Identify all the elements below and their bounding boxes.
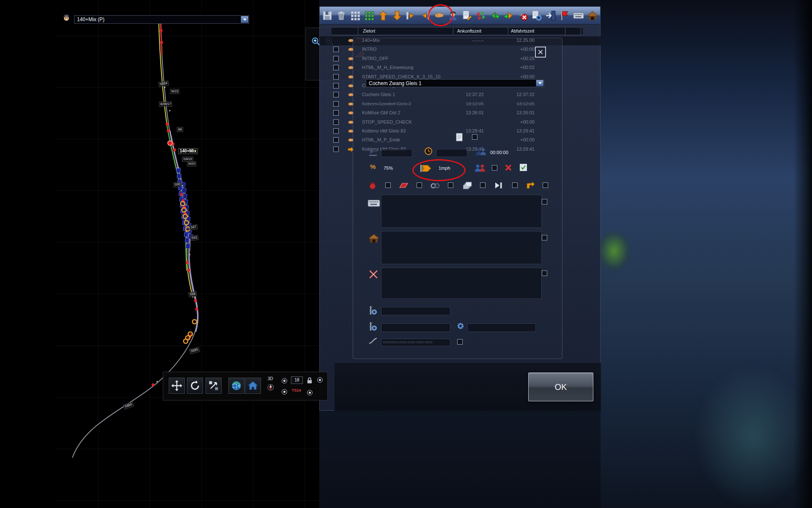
- percent-icon: %: [370, 163, 376, 170]
- uuid-checkbox[interactable]: [457, 339, 463, 345]
- row-checkbox[interactable]: [333, 56, 339, 61]
- chevron-down-icon[interactable]: [536, 80, 543, 86]
- keyboard-icon: [368, 197, 380, 205]
- buffer-stop-icon: [368, 181, 377, 190]
- edit-document-icon[interactable]: [461, 10, 472, 21]
- map-label: 88: [177, 127, 183, 132]
- keyboard-icon[interactable]: [573, 10, 584, 21]
- annotation-circle-toolbar: [428, 4, 453, 26]
- depot-icon[interactable]: [587, 10, 598, 21]
- map-option-radio-3[interactable]: [317, 377, 323, 383]
- depot-checkbox[interactable]: [542, 235, 547, 240]
- swap-icon[interactable]: [475, 10, 486, 21]
- wait-time-value[interactable]: 00:00:00: [490, 150, 508, 155]
- column-header[interactable]: Zielort: [363, 28, 375, 33]
- grid-small-icon[interactable]: [350, 10, 361, 21]
- timetable-toolbar: [320, 7, 600, 25]
- add-after-icon[interactable]: [503, 10, 514, 21]
- map-panel[interactable]: 5884W1582W1788140+Mix1W19W20590587592594…: [55, 0, 319, 508]
- jump-to-button[interactable]: [206, 378, 222, 394]
- background-trees: [598, 231, 630, 271]
- row-checkbox[interactable]: [333, 74, 339, 80]
- clock-icon: [424, 147, 433, 155]
- crossing-checkbox[interactable]: [542, 271, 547, 276]
- map-option-radio-4[interactable]: [307, 390, 313, 395]
- document-checkbox[interactable]: [472, 134, 477, 140]
- map-label: 5884: [158, 80, 169, 87]
- message-checkbox[interactable]: [542, 199, 547, 204]
- row-checkbox[interactable]: [333, 65, 339, 70]
- row-checkbox[interactable]: [333, 119, 339, 125]
- row-checkbox[interactable]: [333, 92, 339, 97]
- track-field-2[interactable]: [381, 323, 450, 332]
- confirm-checkbox[interactable]: [520, 164, 527, 171]
- row-checkbox[interactable]: [333, 146, 339, 152]
- train-selector-dropdown[interactable]: 140+Mix (P): [74, 15, 249, 24]
- ok-button[interactable]: OK: [528, 373, 593, 401]
- save-icon[interactable]: [322, 10, 333, 21]
- map-train-label: 140+Mix: [178, 148, 198, 154]
- arrival-time-field[interactable]: [381, 149, 412, 157]
- destination-dropdown[interactable]: Cochem Zwang Gleis 1: [366, 79, 544, 87]
- home-view-button[interactable]: [245, 378, 261, 394]
- crossing-textarea[interactable]: [381, 268, 542, 299]
- row-checkbox[interactable]: [333, 110, 339, 116]
- close-icon[interactable]: [535, 47, 546, 58]
- option-checkbox[interactable]: [512, 182, 518, 188]
- map-label: W20: [187, 161, 196, 166]
- screen: 5884W1582W1788140+Mix1W19W20590587592594…: [0, 0, 812, 508]
- row-checkbox[interactable]: [333, 137, 339, 143]
- red-x-icon[interactable]: [505, 164, 512, 171]
- table-header: ZielortAnkunftszeitAbfahrtszeit: [332, 27, 583, 35]
- option-checkbox[interactable]: [543, 182, 548, 188]
- gear-icon: [456, 322, 465, 330]
- pan-map-button[interactable]: [169, 378, 185, 394]
- instruction-dialog: Cochem Zwang Gleis 1 00:00:00 % 75%: [353, 38, 562, 359]
- insert-after-icon[interactable]: [406, 10, 417, 21]
- world-map-button[interactable]: [228, 378, 244, 394]
- departure-time-field[interactable]: [436, 149, 467, 157]
- delete-icon[interactable]: [336, 10, 347, 21]
- departure-icon: [368, 148, 378, 157]
- exit-icon[interactable]: [545, 10, 556, 21]
- lock-icon[interactable]: [307, 377, 312, 384]
- chevron-down-icon[interactable]: [241, 16, 248, 23]
- track-field-3[interactable]: [467, 323, 536, 332]
- mode-3d-label[interactable]: 3D: [268, 376, 273, 381]
- flag-icon[interactable]: [559, 10, 570, 21]
- row-checkbox[interactable]: [333, 101, 339, 107]
- move-up-icon[interactable]: [378, 10, 389, 21]
- track-settings-icon: [368, 322, 377, 331]
- document-settings-icon[interactable]: [531, 10, 542, 21]
- rotate-map-button[interactable]: [187, 378, 203, 394]
- row-checkbox[interactable]: [333, 83, 339, 88]
- remove-service-icon[interactable]: [517, 10, 528, 21]
- driver-face-icon: [60, 13, 72, 24]
- add-before-icon[interactable]: [489, 10, 500, 21]
- option-checkbox[interactable]: [480, 182, 486, 188]
- move-down-icon[interactable]: [392, 10, 403, 21]
- option-checkbox[interactable]: [492, 165, 497, 171]
- row-checkbox[interactable]: [333, 128, 339, 134]
- row-checkbox[interactable]: [333, 47, 339, 52]
- option-checkbox[interactable]: [448, 182, 453, 188]
- map-label: 587: [189, 224, 198, 231]
- performance-value[interactable]: 75%: [384, 166, 393, 171]
- map-option-radio-1[interactable]: [282, 378, 287, 384]
- column-header[interactable]: Ankunftszeit: [457, 28, 481, 33]
- play-to-end-icon: [494, 182, 503, 189]
- passengers-icon: [475, 147, 487, 155]
- uuid-field[interactable]: 00000000-0000-0000-0000-0000: [381, 339, 450, 346]
- map-option-radio-2[interactable]: [282, 389, 287, 395]
- map-label: 5885: [189, 347, 200, 354]
- option-checkbox[interactable]: [385, 182, 391, 188]
- curve-track-icon: [368, 337, 378, 345]
- column-header[interactable]: Abfahrtszeit: [511, 28, 534, 33]
- grid-large-icon[interactable]: [364, 10, 375, 21]
- stack-icon: [462, 181, 472, 190]
- option-checkbox[interactable]: [417, 182, 422, 188]
- track-field-1[interactable]: [381, 307, 450, 315]
- message-textarea[interactable]: [381, 195, 542, 228]
- document-icon: [456, 133, 463, 141]
- depot-textarea[interactable]: [381, 231, 542, 264]
